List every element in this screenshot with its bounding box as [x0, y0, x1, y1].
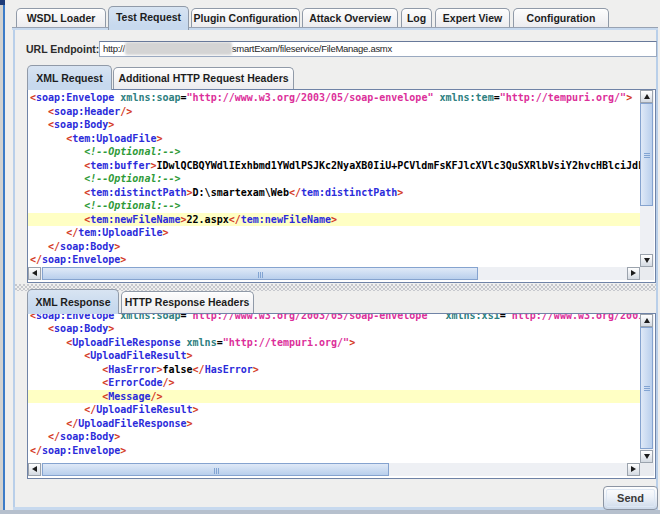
url-prefix: http://	[103, 43, 125, 54]
xml-line: <soap:Envelope xmlns:soap="http://www.w3…	[28, 314, 640, 323]
scroll-up-button[interactable]	[640, 314, 653, 327]
tab-label: WSDL Loader	[27, 12, 96, 24]
tab-label: HTTP Response Headers	[125, 296, 250, 308]
xml-line: <HasError>false</HasError>	[28, 363, 640, 377]
tab-http-response-headers[interactable]: HTTP Response Headers	[121, 291, 254, 313]
xml-line: <UploadFileResult>	[28, 349, 640, 363]
xml-response-editor[interactable]: <soap:Envelope xmlns:soap="http://www.w3…	[27, 313, 656, 479]
scrollbar-corner	[640, 463, 654, 477]
scroll-down-button[interactable]	[640, 254, 653, 267]
xml-line: <!--Optional:-->	[28, 199, 640, 213]
request-vertical-scrollbar[interactable]	[640, 90, 654, 267]
scroll-up-button[interactable]	[640, 90, 653, 103]
tab-label: XML Response	[35, 296, 110, 308]
tab-attack-overview[interactable]: Attack Overview	[302, 8, 398, 27]
scrollbar-thumb[interactable]	[42, 267, 478, 280]
up-arrow-icon	[644, 94, 650, 99]
response-xml-code: <soap:Envelope xmlns:soap="http://www.w3…	[28, 314, 640, 458]
left-arrow-icon	[32, 270, 37, 276]
url-endpoint-input[interactable]: http://smartExam/fileservice/FileManage.…	[99, 41, 657, 58]
thumb-grip	[214, 468, 219, 474]
scroll-down-button[interactable]	[640, 450, 653, 463]
tab-additional-http-request-headers[interactable]: Additional HTTP Request Headers	[113, 67, 294, 89]
request-xml-code: <soap:Envelope xmlns:soap="http://www.w3…	[28, 91, 640, 267]
scrollbar-thumb[interactable]	[640, 103, 653, 206]
window-corner	[0, 0, 5, 5]
scrollbar-corner	[640, 267, 654, 281]
scrollbar-thumb[interactable]	[640, 327, 653, 449]
up-arrow-icon	[644, 318, 650, 323]
xml-line: <tem:distinctPath>D:\smartexam\Web</tem:…	[28, 186, 640, 200]
response-vertical-scrollbar[interactable]	[640, 314, 654, 463]
tab-xml-response[interactable]: XML Response	[27, 289, 119, 314]
xml-request-editor[interactable]: <soap:Envelope xmlns:soap="http://www.w3…	[27, 89, 656, 283]
right-arrow-icon	[631, 466, 636, 472]
tab-label: Expert View	[443, 12, 502, 24]
scrollbar-thumb[interactable]	[42, 463, 389, 476]
down-arrow-icon	[644, 454, 650, 459]
xml-line: </UploadFileResponse>	[28, 417, 640, 431]
url-suffix: smartExam/fileservice/FileManage.asmx	[232, 43, 392, 54]
scroll-left-button[interactable]	[28, 267, 41, 280]
tab-label: Test Request	[116, 11, 181, 23]
down-arrow-icon	[644, 258, 650, 263]
xml-line: <!--Optional:-->	[28, 145, 640, 159]
tab-content-border-left	[13, 27, 15, 510]
left-arrow-icon	[32, 466, 37, 472]
send-button[interactable]: Send	[603, 486, 658, 510]
xml-line: <tem:buffer>IDwlQCBQYWdlIExhbmd1YWdlPSJK…	[28, 159, 640, 173]
tab-content-border-bottom	[13, 507, 657, 510]
xml-line-highlighted: <Message/>	[28, 390, 640, 404]
xml-line: </soap:Envelope>	[28, 444, 640, 458]
thumb-grip	[644, 153, 650, 158]
xml-line: <ErrorCode/>	[28, 376, 640, 390]
tab-label: Plugin Configuration	[194, 12, 298, 24]
test-request-panel: { "main_tabs": [ { "label": "WSDL Loader…	[0, 0, 660, 514]
url-redacted-host	[125, 42, 232, 55]
window-bottom-strip	[0, 510, 660, 514]
xml-line: <soap:Body>	[28, 322, 640, 336]
tab-label: Log	[407, 12, 426, 24]
tab-label: XML Request	[36, 72, 102, 84]
tab-test-request[interactable]: Test Request	[108, 6, 189, 30]
response-viewport: <soap:Envelope xmlns:soap="http://www.w3…	[28, 314, 640, 463]
xml-line: <tem:UploadFile>	[28, 132, 640, 146]
window-accent-border	[3, 0, 5, 510]
xml-line: </soap:Body>	[28, 430, 640, 444]
xml-line: </tem:UploadFile>	[28, 226, 640, 240]
url-endpoint-label: URL Endpoint:	[26, 40, 99, 57]
tab-configuration[interactable]: Configuration	[513, 8, 609, 27]
xml-line: <soap:Header/>	[28, 105, 640, 119]
thumb-grip	[258, 272, 263, 278]
tab-content-border-right	[656, 27, 658, 510]
xml-line-highlighted: <tem:newFileName>22.aspx</tem:newFileNam…	[28, 213, 640, 227]
xml-line: <!--Optional:-->	[28, 172, 640, 186]
tab-plugin-configuration[interactable]: Plugin Configuration	[191, 8, 300, 27]
send-button-label: Send	[617, 492, 644, 504]
tab-xml-request[interactable]: XML Request	[27, 65, 112, 90]
tab-log[interactable]: Log	[401, 8, 432, 27]
scroll-right-button[interactable]	[627, 267, 640, 280]
request-viewport: <soap:Envelope xmlns:soap="http://www.w3…	[28, 90, 640, 267]
right-arrow-icon	[631, 270, 636, 276]
xml-line: </soap:Envelope>	[28, 253, 640, 267]
xml-line: </soap:Body>	[28, 240, 640, 254]
tab-wsdl-loader[interactable]: WSDL Loader	[16, 8, 106, 27]
xml-line: <soap:Envelope xmlns:soap="http://www.w3…	[28, 91, 640, 105]
scroll-right-button[interactable]	[627, 463, 640, 476]
tab-expert-view[interactable]: Expert View	[435, 8, 510, 27]
response-horizontal-scrollbar[interactable]	[28, 463, 640, 477]
tab-label: Configuration	[527, 12, 596, 24]
scroll-left-button[interactable]	[28, 463, 41, 476]
thumb-grip	[644, 386, 650, 391]
tab-label: Attack Overview	[309, 12, 391, 24]
xml-line: </UploadFileResult>	[28, 403, 640, 417]
tab-label: Additional HTTP Request Headers	[118, 72, 288, 84]
request-horizontal-scrollbar[interactable]	[28, 267, 640, 281]
xml-line: <soap:Body>	[28, 118, 640, 132]
xml-line: <UploadFileResponse xmlns="http://tempur…	[28, 336, 640, 350]
